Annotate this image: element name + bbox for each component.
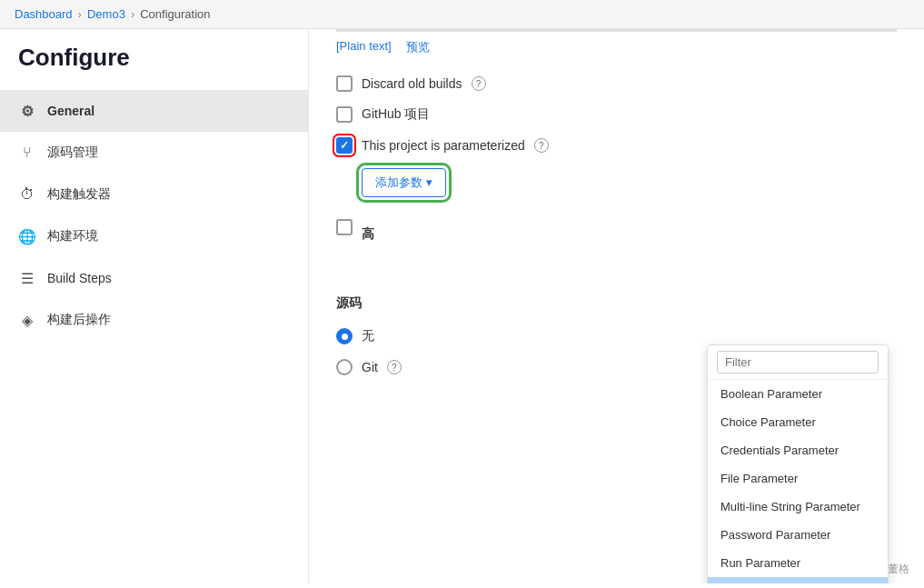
clock-icon: ⏱ (18, 185, 36, 204)
sidebar-item-source[interactable]: ⑂ 源码管理 (0, 132, 308, 174)
sidebar-item-post[interactable]: ◈ 构建后操作 (0, 299, 308, 341)
help-icon-git[interactable]: ? (387, 360, 402, 374)
param-dropdown: Boolean Parameter Choice Parameter Crede… (707, 344, 889, 583)
globe-icon: 🌐 (18, 227, 36, 245)
diamond-icon: ◈ (18, 311, 36, 329)
dropdown-item-file[interactable]: File Parameter (708, 464, 888, 493)
dropdown-item-boolean[interactable]: Boolean Parameter (708, 380, 888, 408)
label-none: 无 (362, 328, 374, 344)
sidebar-label-general: General (47, 104, 94, 118)
breadcrumb-chevron-2: › (131, 7, 134, 21)
plain-text-link[interactable]: [Plain text] (336, 39, 392, 55)
list-icon: ☰ (18, 269, 36, 287)
section-source: 源码 (336, 295, 897, 312)
dropdown-item-multiline[interactable]: Multi-line String Parameter (708, 493, 888, 521)
sidebar-label-trigger: 构建触发器 (47, 186, 111, 203)
checkbox-blank1[interactable] (336, 219, 353, 235)
dropdown-item-password[interactable]: Password Parameter (708, 521, 888, 549)
help-icon-parameterized[interactable]: ? (534, 138, 549, 153)
checkbox-parameterized[interactable] (336, 137, 353, 154)
add-param-section: 添加参数 ▾ Boolean Parameter Choice Paramete… (336, 161, 897, 197)
branch-icon: ⑂ (18, 144, 36, 162)
section-gao: 高 (362, 226, 374, 243)
add-param-button[interactable]: 添加参数 ▾ (362, 168, 446, 197)
checkbox-github[interactable] (336, 106, 353, 123)
label-github: GitHub 项目 (362, 106, 430, 123)
breadcrumb-configuration: Configuration (140, 7, 210, 21)
preview-link[interactable]: 预览 (406, 39, 430, 55)
dropdown-filter-row (708, 345, 888, 380)
sidebar-item-general[interactable]: ⚙ General (0, 90, 308, 132)
sidebar-title: Configure (0, 44, 308, 90)
dropdown-item-string[interactable]: String Parameter (708, 577, 888, 583)
help-icon-discard[interactable]: ? (472, 76, 486, 91)
sidebar-label-source: 源码管理 (47, 145, 98, 161)
radio-git[interactable] (336, 359, 353, 375)
gear-icon: ⚙ (18, 102, 36, 120)
label-discard: Discard old builds (362, 76, 462, 91)
option-row-parameterized: This project is parameterized ? (336, 130, 897, 161)
dropdown-item-credentials[interactable]: Credentials Parameter (708, 436, 888, 464)
breadcrumb-chevron-1: › (78, 7, 82, 21)
sidebar-label-post: 构建后操作 (47, 312, 111, 328)
option-row-blank1: 高 (336, 204, 897, 250)
breadcrumb-dashboard[interactable]: Dashboard (15, 7, 73, 21)
checkbox-discard[interactable] (336, 75, 353, 92)
dropdown-item-choice[interactable]: Choice Parameter (708, 408, 888, 436)
label-parameterized: This project is parameterized (362, 138, 525, 153)
dropdown-item-run[interactable]: Run Parameter (708, 549, 888, 577)
breadcrumb: Dashboard › Demo3 › Configuration (0, 0, 924, 29)
sidebar-item-trigger[interactable]: ⏱ 构建触发器 (0, 174, 308, 215)
radio-none[interactable] (336, 328, 353, 344)
sidebar: Configure ⚙ General ⑂ 源码管理 ⏱ 构建触发器 🌐 构建环… (0, 29, 309, 583)
label-git: Git (362, 360, 378, 374)
preview-row: [Plain text] 预览 (336, 32, 897, 68)
sidebar-item-build[interactable]: ☰ Build Steps (0, 257, 308, 299)
option-row-github: GitHub 项目 (336, 99, 897, 130)
sidebar-item-env[interactable]: 🌐 构建环境 (0, 215, 308, 257)
breadcrumb-demo3[interactable]: Demo3 (87, 7, 125, 21)
option-row-discard: Discard old builds ? (336, 68, 897, 99)
sidebar-label-env: 构建环境 (47, 228, 98, 244)
sidebar-label-build: Build Steps (47, 271, 112, 285)
dropdown-filter-input[interactable] (717, 351, 879, 374)
main-content: [Plain text] 预览 Discard old builds ? Git… (309, 29, 924, 583)
